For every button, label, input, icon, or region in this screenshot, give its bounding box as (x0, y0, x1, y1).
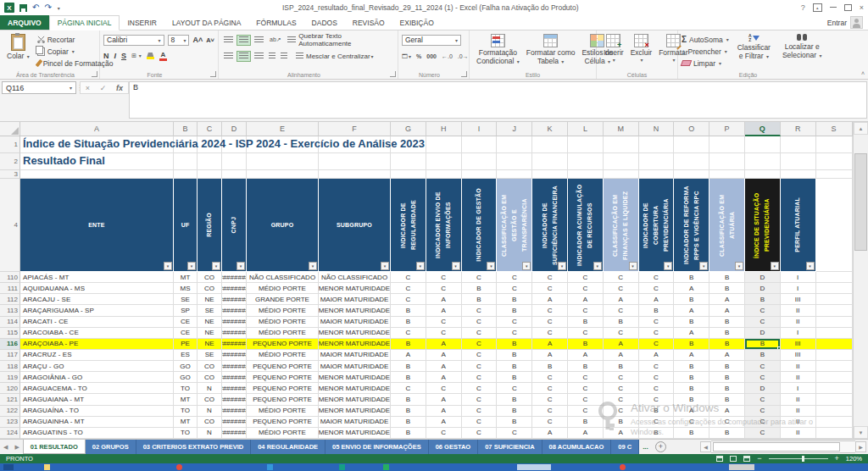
cell-S121[interactable] (816, 394, 853, 405)
vertical-scroll-thumb[interactable] (854, 153, 867, 251)
restore-button[interactable] (844, 4, 852, 11)
cell-O116[interactable]: B (674, 339, 709, 350)
enter-icon[interactable]: ✓ (100, 84, 107, 92)
column-header-I[interactable]: I (462, 122, 498, 136)
cell-I122[interactable]: C (462, 406, 498, 417)
cell-Q121[interactable]: C (745, 394, 781, 405)
cell-Q124[interactable]: C (745, 428, 781, 439)
cell-J2[interactable] (497, 153, 532, 170)
cell-R122[interactable]: II (781, 406, 816, 417)
cell-P1[interactable] (709, 136, 745, 153)
cell-I124[interactable]: C (462, 428, 498, 439)
cell-A116[interactable]: ARAÇOIABA - PE (20, 339, 174, 350)
cell-I118[interactable]: C (462, 361, 498, 372)
row-header-113[interactable]: 113 (0, 305, 20, 316)
cell-R119[interactable]: II (781, 372, 816, 383)
cell-M123[interactable]: B (604, 417, 639, 428)
column-header-C[interactable]: C (198, 122, 222, 136)
increase-decimal-icon[interactable]: ←.0 (442, 53, 453, 59)
cell-S114[interactable] (816, 317, 853, 328)
minimize-button[interactable] (830, 7, 837, 8)
insert-cells-button[interactable]: Inserir▾ (600, 33, 627, 64)
cell-C2[interactable] (198, 153, 222, 170)
cell-S122[interactable] (816, 406, 853, 417)
sheet-tab-09-c[interactable]: 09 C (611, 440, 639, 454)
cell-O121[interactable]: B (674, 394, 709, 405)
cell-E123[interactable]: PEQUENO PORTE (247, 417, 319, 428)
cell-O123[interactable]: C (674, 417, 709, 428)
scroll-up-icon[interactable]: ▲ (854, 122, 868, 135)
cell-F116[interactable]: MENOR MATURIDADE (319, 339, 391, 350)
align-bottom-button[interactable] (253, 36, 265, 45)
cell-N118[interactable]: C (639, 361, 675, 372)
cell-N111[interactable]: C (639, 283, 675, 294)
cell-K114[interactable]: C (532, 317, 568, 328)
sheet-tab-02-grupos[interactable]: 02 GRUPOS (86, 440, 136, 454)
cell-C117[interactable]: SE (198, 350, 222, 361)
column-header-Q[interactable]: Q (745, 122, 781, 136)
filter-button[interactable]: ▾ (212, 262, 220, 270)
cell-R2[interactable] (781, 153, 816, 170)
cell-G115[interactable]: C (391, 328, 426, 339)
cell-K113[interactable]: C (532, 305, 568, 316)
table-header-K[interactable]: INDICADOR DE SUFICIÊNCIA FINANCEIRA▾ (532, 179, 568, 272)
redo-icon[interactable]: ↷ (44, 3, 51, 12)
ribbon-display-options-icon[interactable]: ▴ (813, 3, 822, 12)
cell-Q110[interactable]: D (745, 272, 781, 283)
cell-J115[interactable]: C (497, 328, 532, 339)
cell-F114[interactable]: MAIOR MATURIDADE (319, 317, 391, 328)
cell-I121[interactable]: C (462, 394, 498, 405)
filter-button[interactable]: ▾ (187, 262, 196, 270)
sheet-nav-left-icon[interactable]: ◀ (0, 440, 11, 454)
cell-P124[interactable]: B (709, 428, 745, 439)
cell-E124[interactable]: MÉDIO PORTE (247, 428, 319, 439)
cell-B114[interactable]: CE (174, 317, 198, 328)
undo-icon[interactable]: ↶ (32, 3, 39, 12)
zoom-slider[interactable] (769, 458, 828, 459)
column-header-D[interactable]: D (222, 122, 247, 136)
cell-L117[interactable]: A (568, 350, 604, 361)
cell-P113[interactable]: A (709, 305, 745, 316)
cell-R114[interactable]: II (781, 317, 816, 328)
cell-K120[interactable]: C (532, 383, 568, 394)
help-button[interactable]: ? (801, 3, 805, 12)
cell-A2[interactable] (20, 153, 174, 170)
cell-Q116[interactable]: B (745, 339, 781, 350)
cell-E110[interactable]: NÃO CLASSIFICADO (247, 272, 319, 283)
format-as-table-button[interactable]: Formatar como Tabela ▾ (523, 33, 579, 67)
cell-A3[interactable] (20, 170, 174, 179)
cell-D111[interactable]: ######## (222, 283, 247, 294)
cell-N124[interactable]: B (639, 428, 675, 439)
cell-L2[interactable] (568, 153, 604, 170)
cell-L120[interactable]: C (568, 383, 604, 394)
cell-Q119[interactable]: C (745, 372, 781, 383)
cell-M121[interactable]: C (604, 394, 639, 405)
cell-J110[interactable]: C (497, 272, 532, 283)
cell-I110[interactable]: C (462, 272, 498, 283)
row-header-119[interactable]: 119 (0, 372, 20, 383)
filter-button[interactable]: ▾ (806, 262, 815, 270)
cell-Q123[interactable]: C (745, 417, 781, 428)
dialog-launcher-icon[interactable] (390, 71, 396, 77)
cell-C119[interactable]: CO (198, 372, 222, 383)
cell-H121[interactable]: A (426, 394, 462, 405)
cell-S119[interactable] (816, 372, 853, 383)
cell-R120[interactable]: I (781, 383, 816, 394)
decrease-indent-icon[interactable] (267, 52, 277, 61)
cell-K115[interactable]: C (532, 328, 568, 339)
cell-D116[interactable]: ######## (222, 339, 247, 350)
cell-J118[interactable]: B (497, 361, 532, 372)
cell-J123[interactable]: B (497, 417, 532, 428)
cell-K1[interactable] (532, 136, 568, 153)
cell-B117[interactable]: ES (174, 350, 198, 361)
sheet-tab-overflow-icon[interactable]: ... (639, 440, 652, 454)
cell-B116[interactable]: PE (174, 339, 198, 350)
row-header-116[interactable]: 116 (0, 339, 20, 350)
cell-H124[interactable]: C (426, 428, 462, 439)
cell-M111[interactable]: C (604, 283, 639, 294)
cell-S113[interactable] (816, 305, 853, 316)
cell-P121[interactable]: B (709, 394, 745, 405)
cell-N116[interactable]: C (639, 339, 675, 350)
cell-G3[interactable] (391, 170, 426, 179)
cell-N3[interactable] (639, 170, 675, 179)
